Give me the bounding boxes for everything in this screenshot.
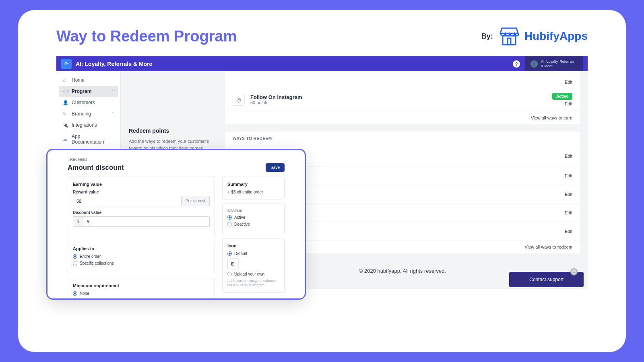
icon-panel: Icon Default 🗓 Upload your own Add a cus…	[222, 238, 285, 293]
status-deactive-radio[interactable]: Deactive	[227, 222, 279, 226]
applies-to-panel: Applies to Entire order Specific collect…	[68, 241, 215, 273]
edit-link[interactable]: Edit	[565, 154, 572, 158]
chevron-down-icon: ˅	[112, 112, 114, 116]
discount-value-input[interactable]	[84, 216, 210, 227]
sidebar-item-label: Customers	[72, 100, 95, 105]
edit-link[interactable]: Edit	[565, 80, 572, 84]
app-title: AI: Loyalty, Referrals & More	[76, 61, 152, 67]
user-menu[interactable]: 👤 AI: Loyalty, Referrals & More	[525, 56, 583, 71]
redeem-card-header: WAYS TO REDEEM	[225, 132, 580, 146]
status-badge: Active	[552, 93, 572, 100]
save-button[interactable]: Save	[266, 163, 285, 172]
app-topbar: ⟳ AI: Loyalty, Referrals & More ? 👤 AI: …	[56, 56, 588, 71]
minreq-none-radio[interactable]: None	[73, 291, 210, 296]
reward-value-input[interactable]	[73, 196, 182, 206]
code-icon: </>	[63, 89, 68, 94]
radio-icon	[73, 291, 77, 296]
icon-preview: 🗓	[227, 258, 239, 269]
plug-icon: 🔌	[63, 123, 68, 128]
sidebar-item-label: Integrations	[72, 122, 97, 128]
panel-title: Icon	[227, 243, 279, 248]
sidebar-item-docs[interactable]: ☁ App Documentation	[56, 131, 120, 148]
earn-card: Edit ◎ Follow On Instagram 50 points Act…	[225, 71, 580, 124]
applies-entire-order-radio[interactable]: Entire order	[73, 254, 210, 259]
instagram-icon: ◎	[233, 94, 245, 106]
svg-rect-0	[503, 36, 516, 45]
applies-specific-collections-radio[interactable]: Specific collections	[73, 261, 210, 265]
minreq-min-purchase-radio[interactable]: Minimum purchase amount	[73, 298, 210, 298]
discount-value-label: Discount value	[73, 210, 210, 215]
brand-attribution: By: HubifyApps	[481, 26, 588, 46]
sidebar-item-customers[interactable]: 👤 Customers	[56, 97, 120, 108]
sidebar-item-integrations[interactable]: 🔌 Integrations	[56, 119, 120, 131]
radio-icon	[227, 251, 232, 256]
radio-icon	[73, 254, 77, 259]
edit-link[interactable]: Edit	[565, 173, 572, 178]
earning-value-panel: Earning value Reward value Points cost D…	[68, 177, 215, 236]
icon-default-radio[interactable]: Default	[227, 251, 279, 256]
reward-value-label: Reward value	[73, 190, 210, 194]
edit-link[interactable]: Edit	[565, 101, 572, 106]
panel-title: Summary	[227, 182, 279, 187]
radio-icon	[227, 272, 232, 276]
doc-icon: ☁	[63, 137, 68, 142]
back-link[interactable]: ‹ Redeems	[68, 157, 285, 162]
sidebar-item-home[interactable]: ⌂ Home	[56, 74, 120, 86]
brand-logo: HubifyApps	[497, 26, 588, 46]
radio-icon	[227, 215, 232, 220]
status-panel: STATUS Active Deactive	[222, 204, 285, 234]
edit-link[interactable]: Edit	[565, 192, 572, 197]
svg-rect-1	[508, 38, 511, 45]
brush-icon: ✎	[63, 111, 68, 116]
panel-title: Earning value	[73, 182, 210, 187]
icon-upload-radio[interactable]: Upload your own	[227, 272, 279, 276]
storefront-icon	[497, 26, 521, 46]
by-label: By:	[481, 32, 493, 41]
min-requirement-panel: Minimum requirement None Minimum purchas…	[68, 278, 215, 298]
user-avatar-icon: 👤	[530, 60, 538, 68]
help-icon[interactable]: ?	[513, 60, 520, 68]
summary-bullet: $5 off entire order	[227, 190, 279, 194]
radio-icon	[73, 298, 77, 298]
chevron-down-icon: ˅	[112, 89, 114, 93]
currency-prefix: $	[73, 216, 84, 227]
sidebar-item-label: Home	[72, 77, 85, 83]
edit-link[interactable]: Edit	[565, 229, 572, 234]
page-title: Way to Redeem Program	[56, 28, 237, 45]
brand-name: HubifyApps	[524, 30, 588, 43]
home-icon: ⌂	[63, 78, 68, 82]
sidebar-item-branding[interactable]: ✎ Branding ˅	[56, 108, 120, 119]
app-logo-icon: ⟳	[61, 59, 72, 69]
minimize-icon[interactable]: —	[570, 268, 578, 276]
points-cost-suffix: Points cost	[182, 196, 210, 206]
panel-title: Applies to	[73, 246, 210, 251]
radio-icon	[227, 222, 232, 226]
person-icon: 👤	[63, 100, 68, 105]
sidebar-item-program[interactable]: </> Program ˅	[59, 86, 118, 97]
view-all-earn-link[interactable]: View all ways to earn	[225, 111, 580, 124]
amount-discount-modal: ‹ Redeems Amount discount Save Earning v…	[46, 149, 306, 300]
modal-title: Amount discount	[68, 164, 124, 172]
redeem-section-title: Redeem points	[129, 128, 213, 134]
earn-item-sub: 50 points	[250, 100, 552, 105]
user-label: AI: Loyalty, Referrals & More	[541, 60, 577, 68]
status-label: STATUS	[227, 209, 279, 213]
edit-link[interactable]: Edit	[565, 210, 572, 215]
sidebar-item-label: Program	[72, 88, 91, 94]
radio-icon	[73, 261, 77, 265]
sidebar-item-label: App Documentation	[72, 134, 114, 145]
sidebar-item-label: Branding	[72, 111, 91, 117]
panel-title: Minimum requirement	[73, 283, 210, 288]
status-active-radio[interactable]: Active	[227, 215, 279, 220]
icon-helper-text: Add a custom image to enhance the look o…	[227, 279, 279, 288]
summary-panel: Summary $5 off entire order	[222, 177, 285, 200]
earn-item-title: Follow On Instagram	[250, 94, 552, 100]
